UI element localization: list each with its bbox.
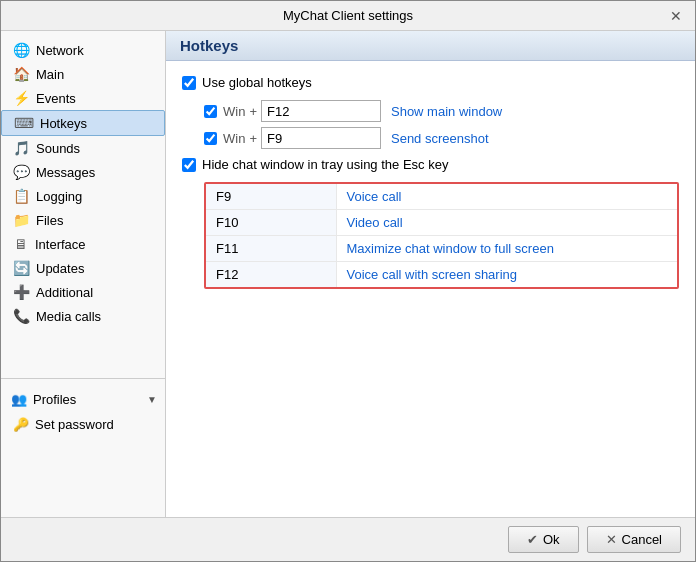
- logging-icon: 📋: [13, 188, 30, 204]
- sidebar-label-sounds: Sounds: [36, 141, 80, 156]
- profiles-label: Profiles: [33, 392, 76, 407]
- sidebar-item-media-calls[interactable]: 📞 Media calls: [1, 304, 165, 328]
- footer-bar: ✔ Ok ✕ Cancel: [1, 517, 695, 561]
- media-calls-icon: 📞: [13, 308, 30, 324]
- use-global-hotkeys-row: Use global hotkeys: [182, 75, 679, 90]
- network-icon: 🌐: [13, 42, 30, 58]
- window-title: MyChat Client settings: [29, 8, 667, 23]
- sidebar-nav: 🌐 Network 🏠 Main ⚡ Events ⌨ Hotkeys 🎵: [1, 38, 165, 328]
- sidebar-label-network: Network: [36, 43, 84, 58]
- hotkey2-row: Win + Send screenshot: [204, 127, 679, 149]
- hide-chat-checkbox[interactable]: [182, 158, 196, 172]
- sidebar-item-logging[interactable]: 📋 Logging: [1, 184, 165, 208]
- sidebar-label-messages: Messages: [36, 165, 95, 180]
- sidebar-label-events: Events: [36, 91, 76, 106]
- table-row: F12 Voice call with screen sharing: [206, 262, 677, 288]
- panel-header: Hotkeys: [166, 31, 695, 61]
- content-area: 🌐 Network 🏠 Main ⚡ Events ⌨ Hotkeys 🎵: [1, 31, 695, 517]
- main-panel: Hotkeys Use global hotkeys Win + Show ma…: [166, 31, 695, 517]
- hotkey2-modifier: Win: [223, 131, 245, 146]
- fkey-f11: F11: [206, 236, 336, 262]
- sidebar-label-media-calls: Media calls: [36, 309, 101, 324]
- panel-body: Use global hotkeys Win + Show main windo…: [166, 61, 695, 517]
- hide-chat-label: Hide chat window in tray using the Esc k…: [202, 157, 448, 172]
- ok-label: Ok: [543, 532, 560, 547]
- hotkey1-action: Show main window: [391, 104, 502, 119]
- sidebar-label-hotkeys: Hotkeys: [40, 116, 87, 131]
- profiles-row[interactable]: 👥 Profiles ▼: [1, 387, 165, 412]
- main-icon: 🏠: [13, 66, 30, 82]
- close-button[interactable]: ✕: [667, 7, 685, 25]
- messages-icon: 💬: [13, 164, 30, 180]
- files-icon: 📁: [13, 212, 30, 228]
- sidebar-label-interface: Interface: [35, 237, 86, 252]
- profiles-icon: 👥: [11, 392, 27, 407]
- table-row: F11 Maximize chat window to full screen: [206, 236, 677, 262]
- sidebar-bottom: 👥 Profiles ▼ 🔑 Set password: [1, 378, 165, 445]
- set-password-row[interactable]: 🔑 Set password: [1, 412, 165, 437]
- hotkey2-key-input[interactable]: [261, 127, 381, 149]
- main-window: MyChat Client settings ✕ 🌐 Network 🏠 Mai…: [0, 0, 696, 562]
- hotkey2-plus: +: [249, 131, 257, 146]
- hotkey1-modifier: Win: [223, 104, 245, 119]
- sidebar-item-messages[interactable]: 💬 Messages: [1, 160, 165, 184]
- sidebar: 🌐 Network 🏠 Main ⚡ Events ⌨ Hotkeys 🎵: [1, 31, 166, 517]
- chevron-down-icon: ▼: [147, 394, 157, 405]
- panel-title: Hotkeys: [180, 37, 238, 54]
- set-password-label: Set password: [35, 417, 114, 432]
- table-row: F10 Video call: [206, 210, 677, 236]
- sidebar-item-interface[interactable]: 🖥 Interface: [1, 232, 165, 256]
- cancel-button[interactable]: ✕ Cancel: [587, 526, 681, 553]
- hotkey1-checkbox[interactable]: [204, 105, 217, 118]
- sidebar-label-main: Main: [36, 67, 64, 82]
- key-icon: 🔑: [13, 417, 29, 432]
- interface-icon: 🖥: [13, 236, 29, 252]
- fkey-f10-action: Video call: [336, 210, 677, 236]
- sidebar-item-hotkeys[interactable]: ⌨ Hotkeys: [1, 110, 165, 136]
- updates-icon: 🔄: [13, 260, 30, 276]
- fkey-f11-action: Maximize chat window to full screen: [336, 236, 677, 262]
- hotkey1-plus: +: [249, 104, 257, 119]
- cancel-label: Cancel: [622, 532, 662, 547]
- title-bar: MyChat Client settings ✕: [1, 1, 695, 31]
- fkey-f12-action: Voice call with screen sharing: [336, 262, 677, 288]
- sidebar-item-main[interactable]: 🏠 Main: [1, 62, 165, 86]
- sidebar-item-updates[interactable]: 🔄 Updates: [1, 256, 165, 280]
- sidebar-label-additional: Additional: [36, 285, 93, 300]
- sidebar-item-additional[interactable]: ➕ Additional: [1, 280, 165, 304]
- sidebar-item-events[interactable]: ⚡ Events: [1, 86, 165, 110]
- hotkey2-action: Send screenshot: [391, 131, 489, 146]
- hide-chat-row: Hide chat window in tray using the Esc k…: [182, 157, 679, 172]
- ok-icon: ✔: [527, 532, 538, 547]
- table-row: F9 Voice call: [206, 184, 677, 210]
- ok-button[interactable]: ✔ Ok: [508, 526, 579, 553]
- sidebar-label-updates: Updates: [36, 261, 84, 276]
- sidebar-item-network[interactable]: 🌐 Network: [1, 38, 165, 62]
- fkey-f12: F12: [206, 262, 336, 288]
- hotkeys-icon: ⌨: [14, 115, 34, 131]
- sidebar-label-logging: Logging: [36, 189, 82, 204]
- hotkey2-checkbox[interactable]: [204, 132, 217, 145]
- cancel-icon: ✕: [606, 532, 617, 547]
- hotkey1-key-input[interactable]: [261, 100, 381, 122]
- sidebar-item-sounds[interactable]: 🎵 Sounds: [1, 136, 165, 160]
- sounds-icon: 🎵: [13, 140, 30, 156]
- additional-icon: ➕: [13, 284, 30, 300]
- sidebar-label-files: Files: [36, 213, 63, 228]
- sidebar-item-files[interactable]: 📁 Files: [1, 208, 165, 232]
- function-keys-table: F9 Voice call F10 Video call F11 Maximiz…: [206, 184, 677, 287]
- function-keys-table-container: F9 Voice call F10 Video call F11 Maximiz…: [204, 182, 679, 289]
- events-icon: ⚡: [13, 90, 30, 106]
- fkey-f9-action: Voice call: [336, 184, 677, 210]
- use-global-hotkeys-checkbox[interactable]: [182, 76, 196, 90]
- use-global-hotkeys-label: Use global hotkeys: [202, 75, 312, 90]
- fkey-f10: F10: [206, 210, 336, 236]
- fkey-f9: F9: [206, 184, 336, 210]
- hotkey1-row: Win + Show main window: [204, 100, 679, 122]
